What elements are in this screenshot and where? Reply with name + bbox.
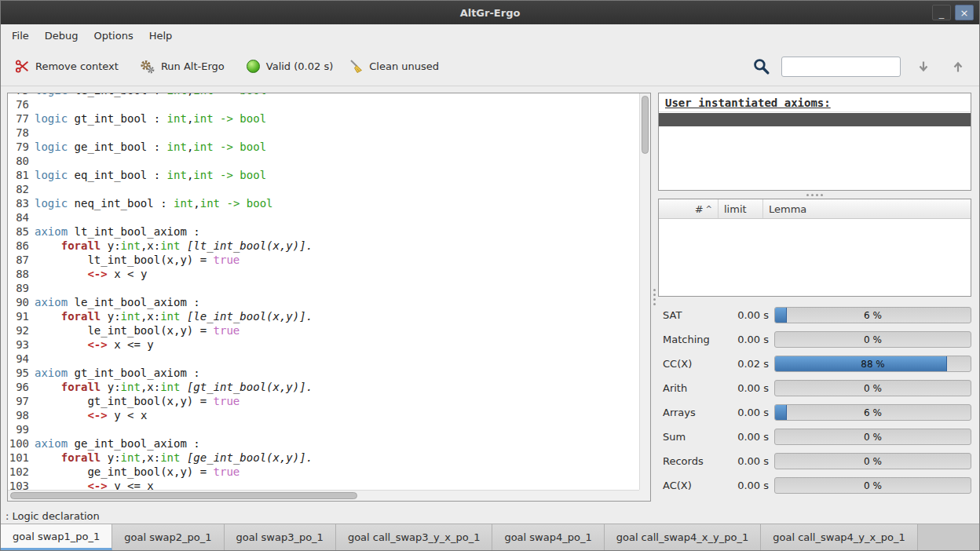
axioms-list-selection[interactable] (659, 113, 971, 126)
progress-bar: 6 % (774, 404, 971, 421)
run-alt-ergo-button[interactable]: Run Alt-Ergo (134, 54, 229, 79)
stat-row: Arith0.00 s0 % (658, 376, 971, 400)
tab-goal-swap3-po-1[interactable]: goal swap3_po_1 (225, 524, 336, 550)
column-header-lemma[interactable]: Lemma (763, 199, 971, 218)
valid-indicator-icon (247, 60, 260, 73)
code-viewport[interactable]: 75logic le_int_bool : int,int -> bool767… (8, 93, 639, 490)
tab-goal-call-swap3-y-x-po-1[interactable]: goal call_swap3_y_x_po_1 (336, 524, 493, 550)
close-button[interactable]: × (955, 5, 974, 20)
code-editor: 75logic le_int_bool : int,int -> bool767… (7, 93, 651, 502)
code-line: 82 (8, 182, 639, 196)
code-line: 80 (8, 154, 639, 168)
line-number: 103 (8, 479, 35, 490)
horizontal-scrollbar[interactable] (8, 490, 639, 501)
horizontal-splitter[interactable] (658, 191, 971, 199)
menu-help[interactable]: Help (141, 26, 181, 46)
main-area: 75logic le_int_bool : int,int -> bool767… (1, 86, 979, 508)
stat-row: Sum0.00 s0 % (658, 425, 971, 449)
code-line: 83logic neq_int_bool : int,int -> bool (8, 196, 639, 210)
tab-goal-call-swap4-x-y-po-1[interactable]: goal call_swap4_x_y_po_1 (605, 524, 762, 550)
search-next-button[interactable] (912, 55, 935, 78)
clean-unused-button[interactable]: Clean unused (344, 54, 444, 78)
code-text: forall y:int,x:int [le_int_bool(x,y)]. (35, 309, 313, 323)
stat-label: Records (663, 455, 722, 467)
window-buttons: _ × (932, 5, 979, 20)
stat-label: CC(X) (663, 358, 722, 370)
status-bar: : Logic declaration (1, 508, 979, 524)
remove-context-label: Remove context (35, 60, 119, 72)
line-number: 90 (8, 295, 35, 309)
stat-time: 0.00 s (728, 382, 769, 394)
progress-percent-label: 0 % (775, 478, 971, 493)
line-number: 77 (8, 111, 35, 126)
code-line: 102 ge_int_bool(x,y) = true (8, 465, 639, 479)
line-number: 102 (8, 465, 35, 479)
scrollbar-corner (639, 490, 650, 501)
stat-label: SAT (663, 309, 722, 321)
progress-percent-label: 88 % (775, 356, 971, 371)
line-number: 101 (8, 451, 35, 465)
vertical-scrollbar[interactable] (639, 93, 650, 490)
tab-goal-swap1-po-1[interactable]: goal swap1_po_1 (1, 524, 112, 550)
line-number: 78 (8, 126, 35, 140)
stat-label: Arrays (663, 407, 722, 418)
tab-goal-swap4-po-1[interactable]: goal swap4_po_1 (492, 524, 604, 550)
code-line: 96 forall y:int,x:int [gt_int_bool(x,y)]… (8, 380, 639, 394)
minimize-button[interactable]: _ (932, 5, 951, 20)
code-text: axiom gt_int_bool_axiom : (35, 366, 200, 380)
column-header-number[interactable]: # ^ (659, 199, 719, 218)
menu-file[interactable]: File (4, 26, 37, 46)
valid-status-label: Valid (0.02 s) (266, 60, 333, 72)
column-header-limit[interactable]: limit (719, 199, 763, 218)
remove-context-button[interactable]: Remove context (10, 54, 123, 78)
stat-label: AC(X) (663, 480, 722, 491)
code-text: logic le_int_bool : int,int -> bool (35, 93, 266, 97)
menu-debug[interactable]: Debug (37, 26, 86, 46)
code-text: <-> x < y (35, 267, 147, 281)
line-number: 98 (8, 408, 35, 422)
code-text: <-> x <= y (35, 338, 154, 352)
search-previous-button[interactable] (946, 55, 970, 78)
code-line: 93 <-> x <= y (8, 338, 639, 352)
stat-time: 0.00 s (728, 431, 769, 443)
title-bar[interactable]: AltGr-Ergo _ × (1, 1, 979, 24)
code-line: 101 forall y:int,x:int [ge_int_bool(x,y)… (8, 451, 639, 465)
code-text: <-> y <= x (35, 479, 154, 490)
vertical-scroll-thumb[interactable] (642, 96, 649, 154)
stat-row: Records0.00 s0 % (658, 449, 971, 473)
search-icon (752, 57, 770, 75)
tab-goal-swap2-po-1[interactable]: goal swap2_po_1 (112, 524, 224, 550)
progress-percent-label: 0 % (775, 429, 971, 444)
horizontal-scroll-thumb[interactable] (10, 492, 357, 499)
progress-bar: 0 % (774, 331, 971, 348)
code-text: le_int_bool(x,y) = true (35, 323, 240, 338)
stat-row: AC(X)0.00 s0 % (658, 473, 971, 498)
vertical-splitter[interactable] (651, 93, 658, 502)
progress-percent-label: 6 % (775, 405, 971, 420)
stat-time: 0.00 s (728, 407, 769, 418)
line-number: 86 (8, 239, 35, 253)
code-line: 94 (8, 352, 639, 366)
progress-bar: 0 % (774, 380, 971, 396)
progress-percent-label: 0 % (775, 454, 971, 469)
stat-row: Arrays0.00 s6 % (658, 400, 971, 425)
menu-options[interactable]: Options (86, 26, 141, 46)
code-line: 103 <-> y <= x (8, 479, 639, 490)
search-input[interactable] (781, 57, 901, 77)
window-title: AltGr-Ergo (1, 7, 979, 19)
progress-bar: 0 % (774, 429, 971, 445)
sort-ascending-icon: ^ (706, 205, 712, 213)
code-text: <-> y < x (35, 408, 147, 422)
code-line: 81logic eq_int_bool : int,int -> bool (8, 168, 639, 182)
tab-goal-call-swap4-y-x-po-1[interactable]: goal call_swap4_y_x_po_1 (761, 524, 918, 550)
code-line: 100axiom ge_int_bool_axiom : (8, 436, 639, 451)
line-number: 100 (8, 436, 35, 451)
progress-bar: 6 % (774, 307, 971, 323)
code-line: 79logic ge_int_bool : int,int -> bool (8, 140, 639, 154)
code-text: forall y:int,x:int [ge_int_bool(x,y)]. (35, 451, 313, 465)
code-line: 97 gt_int_bool(x,y) = true (8, 394, 639, 408)
clean-unused-label: Clean unused (369, 60, 439, 72)
stat-label: Arith (663, 382, 722, 394)
code-text: logic neq_int_bool : int,int -> bool (35, 196, 273, 210)
scissors-icon (15, 59, 30, 74)
